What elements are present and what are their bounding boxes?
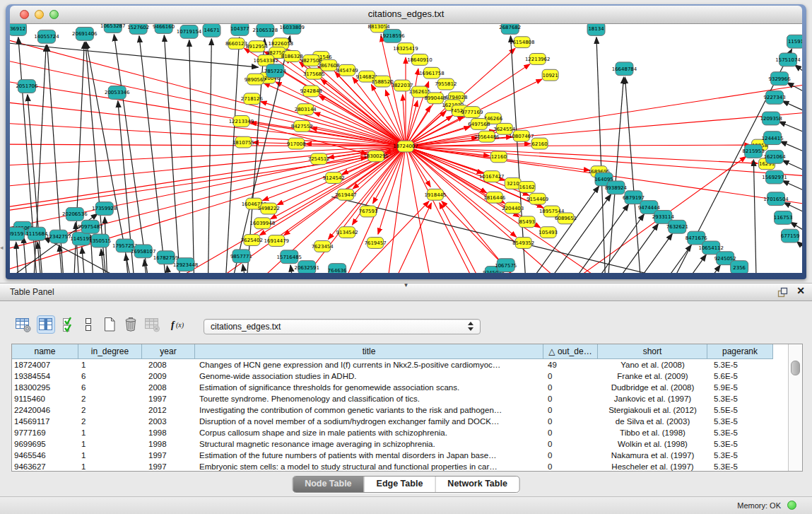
graph-edge[interactable] (787, 83, 802, 94)
graph-edge[interactable] (622, 245, 691, 273)
graph-edge[interactable] (139, 36, 166, 273)
network-graph[interactable]: 1872400786601238912954182260589827503105… (10, 24, 802, 273)
column-header-short[interactable]: short (598, 344, 707, 359)
function-builder-button[interactable]: f (x) (170, 315, 188, 334)
graph-edge[interactable] (406, 146, 758, 163)
graph-node[interactable]: 19218596 (379, 29, 404, 42)
graph-node[interactable]: 16648784 (612, 62, 637, 76)
graph-node[interactable]: 8215953 (743, 145, 765, 158)
graph-node[interactable]: 10653287 (100, 24, 125, 33)
graph-node[interactable]: 15716485 (277, 250, 302, 264)
table-row[interactable]: 1830029562008Estimation of significance … (12, 382, 802, 393)
delete-column-button[interactable] (122, 315, 140, 334)
table-row[interactable]: 1872400712008Changes of HCN gene express… (12, 359, 802, 370)
graph-node[interactable]: 20691406 (72, 27, 97, 40)
graph-edge[interactable] (795, 65, 802, 76)
graph-edge[interactable] (782, 101, 802, 113)
graph-node[interactable]: 11591 (787, 35, 802, 48)
graph-node[interactable]: 9329966 (769, 72, 791, 86)
column-header-year[interactable]: year (142, 344, 195, 359)
graph-node[interactable]: 2687682 (499, 24, 521, 34)
graph-node[interactable]: 14671 (203, 24, 220, 37)
table-row[interactable]: 911546021997Tourette syndrome. Phenomeno… (12, 393, 802, 404)
graph-node[interactable]: 14055724 (34, 30, 59, 43)
graph-node[interactable]: 9242848 (300, 86, 322, 97)
graph-node[interactable]: 1244415 (762, 132, 784, 145)
graph-edge[interactable] (779, 122, 802, 134)
table-selector-dropdown[interactable]: citations_edges.txt (204, 319, 481, 334)
graph-node[interactable]: 5498222 (258, 203, 280, 214)
table-row[interactable]: 1456911722003Disruption of a novel membe… (12, 416, 802, 427)
graph-node[interactable]: 12923448 (173, 258, 198, 271)
graph-edge[interactable] (637, 255, 706, 273)
column-header-title[interactable]: title (195, 344, 543, 359)
graph-node[interactable]: 764636 (328, 264, 347, 273)
graph-node[interactable]: 90975487 (78, 220, 102, 233)
graph-node[interactable]: 39159 (10, 227, 24, 240)
graph-edge[interactable] (440, 203, 480, 273)
graph-node[interactable]: 17359928 (92, 202, 117, 216)
graph-edge[interactable] (242, 264, 245, 273)
graph-node[interactable]: 1816446 (483, 192, 505, 203)
table-row[interactable]: 946362711997Embryonic stem cells: a mode… (12, 461, 802, 472)
close-window-icon[interactable] (20, 10, 29, 19)
graph-edge[interactable] (406, 146, 430, 273)
graph-node[interactable]: 12213962 (525, 54, 550, 65)
graph-node[interactable]: 16958107 (131, 245, 155, 258)
graph-node[interactable]: 8427552 (291, 120, 313, 132)
graph-edge[interactable] (10, 81, 406, 146)
graph-edge[interactable] (10, 43, 258, 67)
scrollbar-thumb[interactable] (791, 361, 800, 375)
column-header-name[interactable]: name (12, 344, 78, 359)
graph-node[interactable]: 10921 (542, 69, 558, 81)
column-header-in_degree[interactable]: in_degree (78, 344, 142, 359)
graph-node[interactable]: 16033809 (280, 24, 305, 34)
graph-node[interactable]: 116753 (774, 211, 793, 224)
graph-edge[interactable] (596, 37, 606, 273)
graph-edge[interactable] (625, 77, 640, 273)
graph-node[interactable]: 16961758 (419, 67, 444, 78)
graph-node[interactable]: 20206536 (62, 208, 87, 221)
graph-node[interactable]: 6497568 (468, 118, 490, 129)
graph-node[interactable]: 2356 (731, 261, 748, 273)
graph-node[interactable]: 104377 (230, 24, 249, 35)
graph-node[interactable]: 7623454 (312, 241, 334, 252)
graph-node[interactable]: 16154808 (510, 37, 534, 48)
graph-node[interactable]: 36912 (10, 24, 26, 35)
table-row[interactable]: 977716911998Corpus callosum shape and si… (12, 427, 802, 438)
graph-edge[interactable] (319, 95, 406, 146)
graph-node[interactable]: 7955812 (435, 78, 457, 90)
graph-node[interactable]: 8938924 (605, 181, 628, 194)
select-rows-button[interactable] (61, 315, 79, 334)
graph-node[interactable]: 9154469 (526, 193, 548, 204)
graph-edge[interactable] (782, 160, 802, 173)
graph-node[interactable]: 677159 (781, 229, 800, 243)
graph-node[interactable]: 16039948 (250, 218, 275, 229)
graph-edge[interactable] (264, 83, 406, 146)
graph-node[interactable]: 2204403 (502, 202, 524, 214)
graph-node[interactable]: 12160 (490, 151, 507, 163)
graph-node[interactable]: 16162 (519, 181, 535, 192)
graph-edge[interactable] (16, 242, 18, 273)
table-row[interactable]: 2242004622012Investigating the contribut… (12, 404, 802, 416)
new-column-button[interactable] (100, 315, 119, 334)
graph-node[interactable]: 1067575 (495, 259, 517, 272)
table-row[interactable]: 1938455462009Genome-wide association stu… (12, 370, 802, 382)
graph-node[interactable]: 7857224 (264, 64, 287, 78)
graph-node[interactable]: 7632621 (666, 220, 688, 233)
graph-edge[interactable] (10, 146, 406, 165)
graph-node[interactable]: 7619447 (335, 189, 357, 200)
graph-node[interactable]: 9227343 (764, 90, 786, 104)
network-window-titlebar[interactable]: citations_edges.txt (10, 6, 802, 24)
table-settings-button[interactable] (14, 315, 33, 334)
network-canvas[interactable]: 1872400786601238912954182260589827503105… (10, 24, 802, 273)
row-height-button[interactable] (79, 315, 98, 334)
graph-node[interactable]: 18134 (587, 24, 605, 35)
graph-node[interactable]: 8660123 (225, 38, 247, 49)
graph-edge[interactable] (589, 224, 659, 273)
graph-node[interactable]: 1115684 (25, 227, 48, 240)
graph-node[interactable]: 2051706 (16, 80, 37, 93)
graph-node[interactable]: 10719154 (177, 25, 202, 38)
column-header-out_de[interactable]: △ out_de… (543, 344, 598, 359)
graph-node[interactable]: 21065328 (253, 24, 278, 37)
